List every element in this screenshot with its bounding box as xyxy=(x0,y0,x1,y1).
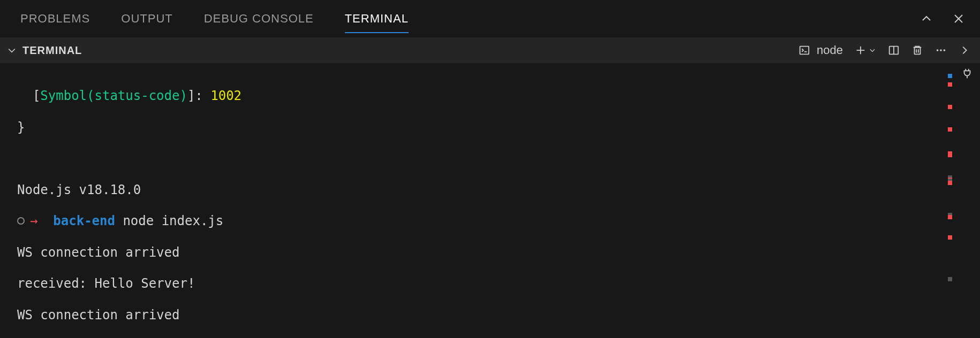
sym-bracket-close: ]: xyxy=(187,88,210,103)
terminal-profile[interactable]: node xyxy=(798,43,843,57)
output-line: received: Hello Server! xyxy=(17,276,980,291)
prompt-status-icon xyxy=(17,217,25,225)
svg-rect-8 xyxy=(915,48,921,55)
prompt-command: node index.js xyxy=(115,213,223,228)
scroll-marker xyxy=(948,181,952,185)
right-sidebar xyxy=(954,63,980,338)
scroll-marker xyxy=(948,235,952,240)
scroll-marker xyxy=(948,215,952,219)
svg-rect-2 xyxy=(800,47,809,55)
terminal-header: TERMINAL node xyxy=(0,37,980,63)
scroll-marker xyxy=(948,277,952,281)
status-code: 1002 xyxy=(210,88,242,103)
node-version: Node.js v18.18.0 xyxy=(17,182,980,198)
tab-debug-console[interactable]: DEBUG CONSOLE xyxy=(204,0,314,37)
svg-point-13 xyxy=(944,49,946,51)
panel-tab-strip: PROBLEMS OUTPUT DEBUG CONSOLE TERMINAL xyxy=(0,0,980,37)
scroll-marker xyxy=(948,82,952,87)
terminal-area: [Symbol(status-code)]: 1002 } Node.js v1… xyxy=(0,63,980,338)
split-panel-icon[interactable] xyxy=(888,44,900,56)
sym-bracket-open: [ xyxy=(33,88,40,103)
scroll-marker xyxy=(948,74,952,78)
prompt-arrow: → xyxy=(30,213,37,228)
prompt-cwd: back-end xyxy=(53,213,115,228)
more-icon[interactable] xyxy=(935,44,947,56)
chevron-up-icon[interactable] xyxy=(920,12,933,25)
trash-icon[interactable] xyxy=(911,44,923,56)
terminal-profile-label: node xyxy=(817,43,843,57)
output-line: WS connection arrived xyxy=(17,308,980,323)
tab-problems[interactable]: PROBLEMS xyxy=(20,0,90,37)
tab-terminal[interactable]: TERMINAL xyxy=(345,0,409,37)
chevron-right-icon[interactable] xyxy=(959,44,970,56)
chevron-down-icon[interactable] xyxy=(6,45,17,56)
chevron-down-small-icon[interactable] xyxy=(869,47,876,54)
svg-point-11 xyxy=(937,49,939,51)
tab-output[interactable]: OUTPUT xyxy=(121,0,172,37)
close-brace: } xyxy=(17,120,980,135)
terminal-icon xyxy=(798,44,810,56)
output-line: WS connection arrived xyxy=(17,245,980,260)
plug-icon[interactable] xyxy=(961,67,973,79)
scroll-marker xyxy=(948,105,952,109)
svg-point-12 xyxy=(940,49,942,51)
scroll-marker xyxy=(948,127,952,132)
scroll-marker xyxy=(948,153,952,157)
close-icon[interactable] xyxy=(952,12,965,25)
sym-name: Symbol(status-code) xyxy=(40,88,187,103)
terminal-output[interactable]: [Symbol(status-code)]: 1002 } Node.js v1… xyxy=(0,63,980,338)
terminal-title: TERMINAL xyxy=(22,44,82,57)
scroll-markers xyxy=(946,63,952,338)
plus-icon[interactable] xyxy=(855,44,866,56)
